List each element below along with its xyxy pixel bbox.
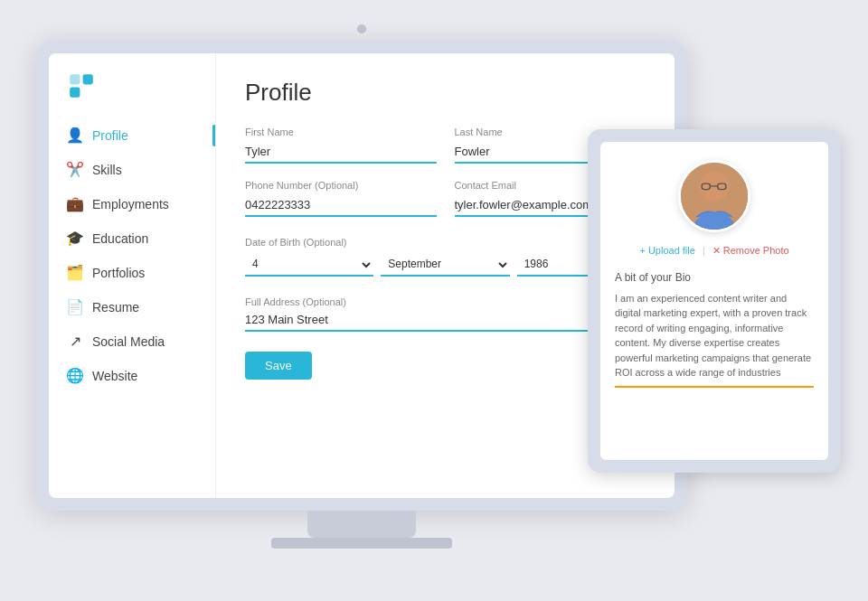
tablet: + Upload file | ✕ Remove Photo A bit of …: [588, 129, 841, 473]
sidebar-item-skills[interactable]: ✂️ Skills: [49, 153, 215, 187]
svg-rect-1: [83, 74, 93, 84]
bio-text: I am an experienced content writer and d…: [615, 291, 814, 388]
address-input-wrap: ⊕: [245, 309, 646, 332]
sidebar-item-social-media[interactable]: ↗ Social Media: [49, 324, 215, 359]
app-logo: [49, 71, 215, 118]
sidebar-item-education[interactable]: 🎓 Education: [49, 221, 215, 256]
address-label: Full Address (Optional): [245, 296, 346, 307]
graduation-icon: 🎓: [67, 230, 83, 247]
name-row: First Name Last Name: [245, 127, 646, 164]
upload-link[interactable]: + Upload file: [639, 245, 694, 256]
share-icon: ↗: [67, 333, 83, 350]
dob-label: Date of Birth (Optional): [245, 237, 347, 248]
sidebar-item-profile[interactable]: 👤 Profile: [49, 118, 215, 153]
sidebar-nav: 👤 Profile ✂️ Skills 💼 Employments 🎓: [49, 118, 215, 393]
sidebar-label-skills: Skills: [92, 163, 122, 177]
dob-selects: 4 September 1986: [245, 253, 646, 277]
contact-row: Phone Number (Optional) Contact Email: [245, 180, 646, 217]
bio-label: A bit of your Bio: [615, 271, 814, 284]
photo-actions: + Upload file | ✕ Remove Photo: [639, 245, 788, 257]
page-title: Profile: [245, 79, 646, 107]
phone-group: Phone Number (Optional): [245, 180, 437, 217]
remove-photo-link[interactable]: ✕ Remove Photo: [712, 245, 789, 257]
sidebar-label-resume: Resume: [92, 300, 139, 315]
avatar-container: [678, 160, 750, 232]
monitor-stand: [307, 511, 416, 538]
monitor-base: [271, 538, 452, 549]
scissors-icon: ✂️: [67, 162, 83, 178]
sidebar-item-employments[interactable]: 💼 Employments: [49, 187, 215, 221]
dob-day-select[interactable]: 4: [245, 253, 373, 277]
sidebar: 👤 Profile ✂️ Skills 💼 Employments 🎓: [49, 53, 216, 498]
sidebar-item-portfolios[interactable]: 🗂️ Portfolios: [49, 256, 215, 290]
sidebar-label-social-media: Social Media: [92, 334, 165, 349]
resume-icon: 📄: [67, 299, 83, 315]
svg-rect-0: [70, 74, 80, 84]
briefcase-icon: 💼: [67, 196, 83, 212]
monitor-screen: 👤 Profile ✂️ Skills 💼 Employments 🎓: [49, 53, 675, 498]
sidebar-label-profile: Profile: [92, 128, 128, 143]
avatar: [678, 160, 750, 232]
person-icon: 👤: [67, 127, 83, 144]
bio-section: A bit of your Bio I am an experienced co…: [615, 271, 814, 388]
portfolio-icon: 🗂️: [67, 265, 83, 281]
sidebar-label-portfolios: Portfolios: [92, 266, 145, 280]
sidebar-item-website[interactable]: 🌐 Website: [49, 359, 215, 393]
divider: |: [703, 245, 705, 256]
address-input[interactable]: [245, 309, 646, 332]
globe-icon: 🌐: [67, 368, 83, 384]
sidebar-label-website: Website: [92, 369, 137, 383]
dob-month-select[interactable]: September: [381, 253, 509, 277]
first-name-label: First Name: [245, 127, 437, 137]
sidebar-item-resume[interactable]: 📄 Resume: [49, 290, 215, 324]
dob-section: Date of Birth (Optional) 4 September 198…: [245, 233, 646, 277]
address-section: Full Address (Optional) ⊕: [245, 293, 646, 332]
svg-rect-2: [70, 87, 80, 97]
phone-label: Phone Number (Optional): [245, 180, 437, 191]
first-name-input[interactable]: [245, 141, 437, 164]
tablet-body: + Upload file | ✕ Remove Photo A bit of …: [588, 129, 841, 473]
first-name-group: First Name: [245, 127, 437, 164]
sidebar-label-employments: Employments: [92, 197, 169, 211]
phone-input[interactable]: [245, 194, 437, 217]
sidebar-label-education: Education: [92, 231, 148, 246]
tablet-screen: + Upload file | ✕ Remove Photo A bit of …: [600, 142, 828, 460]
save-button[interactable]: Save: [245, 352, 312, 380]
